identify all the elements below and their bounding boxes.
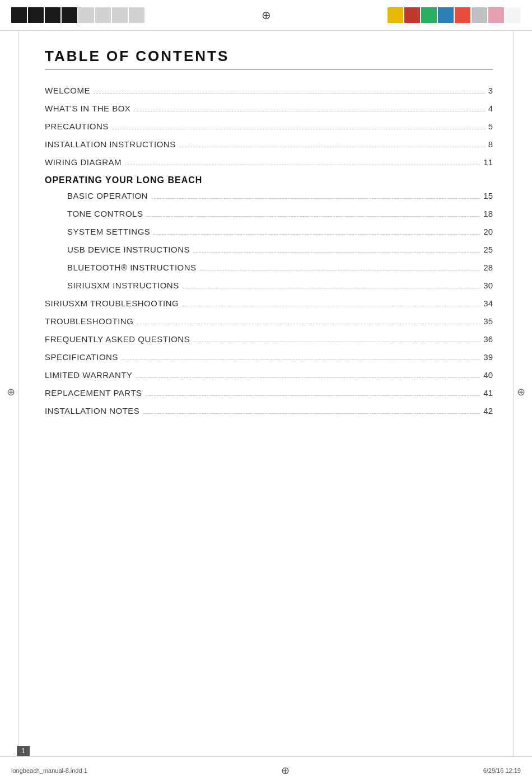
side-border-left: [18, 31, 18, 756]
toc-dots: [143, 413, 480, 414]
toc-page-number: 8: [488, 139, 493, 149]
toc-label: SYSTEM SETTINGS: [67, 227, 150, 236]
toc-entry: USB DEVICE INSTRUCTIONS25: [45, 245, 493, 255]
toc-dots: [193, 252, 480, 253]
color-strip-left: [11, 7, 144, 23]
toc-page-number: 15: [483, 191, 493, 200]
toc-entry: FREQUENTLY ASKED QUESTIONS36: [45, 334, 493, 344]
toc-page-number: 39: [483, 352, 493, 362]
toc-label: WIRING DIAGRAM: [45, 157, 122, 167]
toc-dots: [136, 377, 480, 378]
toc-page-number: 41: [483, 388, 493, 398]
toc-label: TROUBLESHOOTING: [45, 316, 133, 326]
toc-container: WELCOME3WHAT'S IN THE BOX4PRECAUTIONS5IN…: [45, 86, 493, 416]
page-badge: 1: [17, 746, 30, 756]
toc-page-number: 28: [483, 263, 493, 272]
toc-entry: SPECIFICATIONS39: [45, 352, 493, 362]
toc-dots: [153, 234, 480, 235]
color-block-right: [404, 7, 420, 23]
toc-label: BLUETOOTH® INSTRUCTIONS: [67, 263, 197, 272]
toc-entry: SIRIUSXM INSTRUCTIONS30: [45, 281, 493, 291]
toc-dots: [122, 360, 480, 360]
color-block-right: [388, 7, 403, 23]
toc-page-number: 40: [483, 370, 493, 380]
toc-page-number: 20: [483, 227, 493, 236]
footer-center-symbol: ⊕: [281, 764, 290, 777]
toc-label: LIMITED WARRANTY: [45, 370, 133, 380]
footer-right-text: 6/29/16 12:19: [483, 767, 521, 774]
top-center-symbol: ⊕: [262, 8, 271, 22]
toc-page-number: 5: [488, 122, 493, 131]
toc-page-number: 36: [483, 334, 493, 344]
toc-dots: [182, 306, 480, 306]
toc-entry: TONE CONTROLS18: [45, 209, 493, 219]
toc-label: SIRIUSXM TROUBLESHOOTING: [45, 298, 179, 308]
toc-label: INSTALLATION INSTRUCTIONS: [45, 139, 176, 149]
color-block-right: [438, 7, 454, 23]
color-block-right: [505, 7, 521, 23]
toc-entry: WELCOME3: [45, 86, 493, 96]
color-block-left: [11, 7, 27, 23]
color-block-left: [78, 7, 94, 23]
toc-label: WHAT'S IN THE BOX: [45, 104, 130, 113]
toc-label: USB DEVICE INSTRUCTIONS: [67, 245, 190, 254]
toc-dots: [125, 165, 480, 165]
toc-dots: [151, 198, 480, 199]
footer-left-text: longbeach_manual-8.indd 1: [11, 767, 87, 774]
color-block-left: [62, 7, 77, 23]
toc-dots: [112, 129, 485, 129]
toc-entry: INSTALLATION INSTRUCTIONS8: [45, 139, 493, 150]
left-margin-symbol: ⊕: [7, 386, 15, 398]
right-margin-symbol: ⊕: [517, 386, 525, 398]
toc-dots: [200, 270, 480, 270]
toc-entry: WHAT'S IN THE BOX4: [45, 104, 493, 114]
toc-entry: SIRIUSXM TROUBLESHOOTING34: [45, 298, 493, 309]
color-block-left: [28, 7, 44, 23]
toc-page-number: 18: [483, 209, 493, 218]
toc-label: FREQUENTLY ASKED QUESTIONS: [45, 334, 190, 344]
toc-label: INSTALLATION NOTES: [45, 406, 139, 416]
toc-entry: BASIC OPERATION15: [45, 191, 493, 201]
toc-entry: SYSTEM SETTINGS20: [45, 227, 493, 237]
toc-page-number: 30: [483, 281, 493, 290]
toc-page-number: 3: [488, 86, 493, 95]
color-block-right: [455, 7, 470, 23]
toc-dots: [137, 324, 480, 324]
toc-dots: [134, 111, 484, 111]
title-divider: [45, 69, 493, 70]
side-border-right: [514, 31, 514, 756]
color-block-left: [45, 7, 60, 23]
toc-dots: [146, 395, 480, 396]
color-block-right: [421, 7, 437, 23]
color-block-left: [95, 7, 111, 23]
toc-label: TONE CONTROLS: [67, 209, 143, 218]
toc-page-number: 35: [483, 316, 493, 326]
toc-entry: INSTALLATION NOTES42: [45, 406, 493, 416]
toc-page-number: 4: [488, 104, 493, 113]
color-block-left: [129, 7, 144, 23]
toc-page-number: 42: [483, 406, 493, 416]
toc-label: BASIC OPERATION: [67, 191, 148, 200]
toc-dots: [183, 288, 480, 288]
main-content: TABLE OF CONTENTS WELCOME3WHAT'S IN THE …: [0, 31, 532, 446]
toc-page-number: 11: [483, 157, 493, 167]
color-block-right: [472, 7, 487, 23]
color-block-left: [112, 7, 128, 23]
color-block-right: [488, 7, 504, 23]
bottom-bar: longbeach_manual-8.indd 1 ⊕ 6/29/16 12:1…: [0, 756, 532, 784]
toc-entry: TROUBLESHOOTING35: [45, 316, 493, 326]
toc-entry: LIMITED WARRANTY40: [45, 370, 493, 380]
toc-label: SIRIUSXM INSTRUCTIONS: [67, 281, 179, 290]
toc-label: PRECAUTIONS: [45, 122, 109, 131]
toc-page-number: 34: [483, 298, 493, 308]
page-number: 1: [21, 747, 25, 755]
top-bar: ⊕: [0, 0, 532, 31]
toc-section-heading: OPERATING YOUR LONG BEACH: [45, 175, 493, 185]
toc-dots: [146, 216, 480, 217]
toc-label: REPLACEMENT PARTS: [45, 388, 142, 398]
toc-dots: [193, 342, 480, 342]
toc-entry: REPLACEMENT PARTS41: [45, 388, 493, 398]
toc-entry: WIRING DIAGRAM11: [45, 157, 493, 167]
color-strip-right: [388, 7, 521, 23]
toc-entry: BLUETOOTH® INSTRUCTIONS28: [45, 263, 493, 273]
